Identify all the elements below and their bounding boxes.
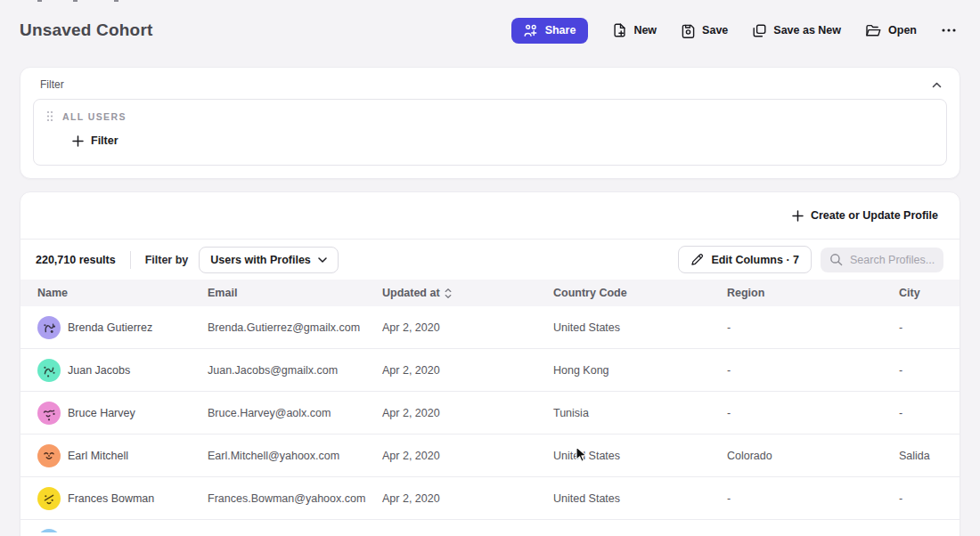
divider [130, 251, 131, 269]
new-file-icon [612, 22, 627, 38]
save-button[interactable]: Save [681, 23, 728, 38]
filter-panel-title: Filter [40, 78, 64, 91]
updated-at-cell: Apr 2, 2020 [382, 364, 553, 377]
table-row[interactable]: Bruce Harvey Bruce.Harvey@aolx.com Apr 2… [20, 392, 960, 434]
city-cell: - [899, 364, 960, 377]
search-icon [829, 253, 843, 266]
name-cell: Bruce Harvey [37, 402, 208, 425]
table-row[interactable]: Brenda Gutierrez Brenda.Gutierrez@gmailx… [20, 306, 960, 349]
share-button-label: Share [545, 24, 576, 37]
updated-at-cell: Apr 2, 2020 [382, 321, 553, 334]
chevron-up-icon [932, 82, 942, 88]
avatar [37, 402, 61, 425]
region-cell: Colorado [727, 450, 899, 462]
country-code-cell: Hong Kong [553, 364, 727, 377]
avatar [37, 487, 61, 510]
new-button[interactable]: New [612, 22, 657, 38]
email-cell: Earl.Mitchell@yahoox.com [208, 450, 382, 462]
add-filter-button[interactable]: Filter [72, 134, 118, 147]
country-code-cell: United States [553, 450, 727, 462]
open-button-label: Open [888, 24, 917, 37]
create-or-update-profile-button[interactable]: Create or Update Profile [792, 209, 938, 222]
city-cell: Salida [899, 450, 960, 462]
search-profiles-input[interactable] [850, 254, 935, 266]
updated-at-cell: Apr 2, 2020 [382, 407, 553, 419]
avatar [37, 444, 61, 467]
avatar [37, 359, 61, 382]
city-cell: - [899, 492, 960, 505]
country-code-cell: United States [553, 492, 727, 505]
table-row-partial[interactable] [20, 520, 960, 532]
edit-columns-label: Edit Columns · 7 [711, 254, 799, 266]
more-options-icon [941, 28, 957, 33]
region-cell: - [727, 407, 899, 419]
new-button-label: New [633, 24, 657, 37]
more-options-button[interactable] [941, 28, 957, 33]
region-cell: - [727, 364, 899, 377]
avatar [37, 529, 61, 532]
column-header-email[interactable]: Email [208, 287, 382, 299]
city-cell: - [899, 321, 960, 334]
edit-columns-button[interactable]: Edit Columns · 7 [678, 246, 812, 273]
profile-type-selected: Users with Profiles [210, 254, 311, 266]
region-cell: - [727, 321, 899, 334]
column-header-city[interactable]: City [899, 287, 960, 299]
name-cell: Juan Jacobs [37, 359, 208, 382]
email-cell: Juan.Jacobs@gmailx.com [208, 364, 382, 377]
table-row[interactable]: Earl Mitchell Earl.Mitchell@yahoox.com A… [20, 434, 960, 477]
updated-at-cell: Apr 2, 2020 [382, 492, 553, 505]
email-cell: Brenda.Gutierrez@gmailx.com [208, 321, 382, 334]
country-code-cell: United States [553, 321, 727, 334]
filter-group-card: ALL USERS Filter [33, 99, 947, 166]
save-as-new-button[interactable]: Save as New [752, 23, 841, 38]
save-button-label: Save [702, 24, 728, 37]
city-cell: - [899, 407, 960, 419]
email-cell: Frances.Bowman@yahoox.com [208, 492, 382, 505]
filter-panel: Filter ALL USERS [20, 67, 960, 179]
chevron-down-icon [318, 257, 327, 263]
create-or-update-profile-label: Create or Update Profile [811, 209, 938, 222]
filter-by-label: Filter by [145, 254, 189, 266]
save-as-new-icon [752, 23, 767, 38]
column-header-name[interactable]: Name [37, 287, 208, 299]
profile-type-dropdown[interactable]: Users with Profiles [199, 247, 339, 273]
open-folder-icon [865, 23, 882, 38]
table-row[interactable]: Juan Jacobs Juan.Jacobs@gmailx.com Apr 2… [20, 349, 960, 392]
results-count: 220,710 results [36, 254, 116, 266]
page-title: Unsaved Cohort [20, 20, 153, 40]
save-icon [681, 23, 696, 38]
results-toolbar: 220,710 results Filter by Users with Pro… [20, 240, 960, 280]
avatar [37, 316, 61, 339]
drag-handle-icon[interactable] [46, 110, 53, 122]
all-users-label: ALL USERS [62, 111, 127, 122]
save-as-new-button-label: Save as New [773, 24, 841, 37]
results-panel: Create or Update Profile 220,710 results… [20, 191, 960, 536]
plus-icon [72, 135, 84, 147]
open-button[interactable]: Open [865, 23, 917, 38]
share-users-icon [524, 24, 539, 37]
sort-icon [445, 288, 452, 298]
plus-icon [792, 210, 804, 222]
name-cell: Earl Mitchell [37, 444, 208, 467]
column-header-region[interactable]: Region [727, 287, 899, 299]
add-filter-label: Filter [91, 134, 118, 147]
header-actions: Share New Save [511, 18, 957, 44]
table-header-row: Name Email Updated at Country Code Regio… [20, 280, 960, 306]
updated-at-cell: Apr 2, 2020 [382, 450, 553, 462]
column-header-country-code[interactable]: Country Code [553, 287, 727, 299]
column-header-updated-at[interactable]: Updated at [382, 287, 553, 299]
region-cell: - [727, 492, 899, 505]
share-button[interactable]: Share [511, 18, 589, 44]
name-cell: Brenda Gutierrez [37, 316, 208, 339]
name-cell: Frances Bowman [37, 487, 208, 510]
email-cell: Bruce.Harvey@aolx.com [208, 407, 382, 419]
table-row[interactable]: Frances Bowman Frances.Bowman@yahoox.com… [20, 477, 960, 520]
pencil-icon [690, 253, 704, 266]
search-profiles-box [821, 248, 943, 272]
collapse-filter-button[interactable] [928, 80, 945, 90]
country-code-cell: Tunisia [553, 407, 727, 419]
page-header: Unsaved Cohort Share New [0, 0, 980, 55]
